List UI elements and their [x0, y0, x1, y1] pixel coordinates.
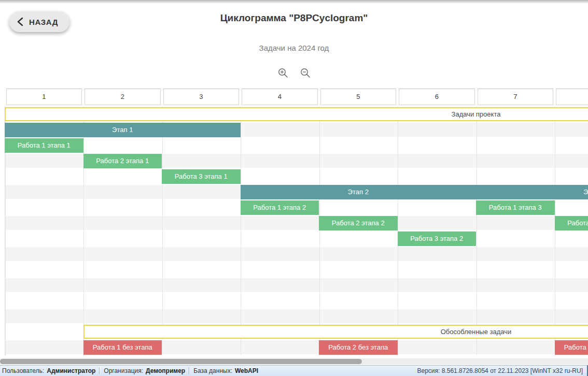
status-user-field: Пользователь: Администратор: [2, 367, 95, 374]
column-header-cell: 7: [478, 89, 554, 105]
page-subtitle: Задачи на 2024 год: [0, 44, 588, 52]
task-bar[interactable]: Работа 3 без этапа: [555, 340, 588, 355]
zoom-in-magnifier-icon: [277, 67, 289, 79]
status-db-field: База данных: WebAPI: [193, 367, 258, 374]
cyclogram-app-window: НАЗАД Циклограмма "P8PCyclogram" Задачи …: [0, 0, 588, 376]
task-bar[interactable]: Работа 2 этапа 3: [555, 216, 588, 230]
grid-rows-background: [5, 107, 588, 355]
summary-task-bar[interactable]: Обособленные задачи: [83, 325, 588, 339]
zoom-out-magnifier-icon: [300, 67, 311, 79]
status-org-value: Демопример: [146, 367, 185, 374]
task-bar[interactable]: Работа 2 этапа 2: [319, 216, 398, 230]
gantt-chart-viewport: 123456789101112 Задачи проектаЭтап 1Рабо…: [0, 89, 588, 355]
task-bar[interactable]: Работа 1 этапа 1: [5, 138, 83, 153]
page-title: Циклограмма "P8PCyclogram": [0, 12, 588, 24]
zoom-controls: [0, 67, 588, 80]
task-bar[interactable]: Работа 1 этапа 2: [241, 200, 319, 215]
horizontal-scrollbar-track[interactable]: [0, 358, 588, 365]
task-bar[interactable]: Работа 1 без этапа: [83, 340, 162, 355]
task-bar[interactable]: Работа 2 этапа 1: [83, 154, 162, 168]
status-user-value: Администратор: [47, 367, 95, 374]
status-user-label: Пользователь:: [2, 367, 44, 374]
summary-task-bar[interactable]: Задачи проекта: [5, 107, 588, 121]
horizontal-scrollbar-thumb[interactable]: [0, 359, 362, 364]
zoom-out-button[interactable]: [299, 67, 312, 80]
task-bar[interactable]: Работа 3 этапа 1: [162, 169, 241, 184]
column-header-cell: 3: [163, 89, 240, 105]
status-divider: [189, 367, 190, 374]
zoom-in-button[interactable]: [277, 67, 289, 80]
gantt-chart-canvas: 123456789101112 Задачи проектаЭтап 1Рабо…: [0, 89, 588, 355]
status-db-label: База данных:: [193, 367, 232, 374]
task-bar[interactable]: Работа 3 этапа 2: [398, 232, 477, 246]
column-header-cell: 2: [85, 89, 161, 105]
task-bar[interactable]: Этап 1: [5, 123, 241, 137]
task-bar[interactable]: Работа 1 этапа 3: [476, 200, 555, 215]
status-org-label: Организация:: [104, 367, 143, 374]
status-org-field: Организация: Демопример: [104, 367, 185, 374]
column-header-cell: 1: [6, 89, 82, 105]
task-bar[interactable]: Этап 2: [241, 185, 477, 199]
status-divider: [99, 367, 100, 374]
task-bar[interactable]: Этап 3: [476, 185, 588, 199]
column-header-cell: 5: [320, 89, 397, 105]
column-header-cell: 6: [399, 89, 475, 105]
column-header-cell: 4: [242, 89, 318, 105]
window-top-shadow: [0, 0, 588, 4]
status-db-value: WebAPI: [235, 367, 258, 374]
status-version-text: Версия: 8.561.8726.8054 от 22.11.2023 [W…: [417, 366, 583, 376]
column-header-cell: 8: [556, 89, 588, 105]
status-bar: Пользователь: Администратор Организация:…: [0, 365, 588, 376]
task-bar[interactable]: Работа 2 без этапа: [319, 340, 398, 355]
